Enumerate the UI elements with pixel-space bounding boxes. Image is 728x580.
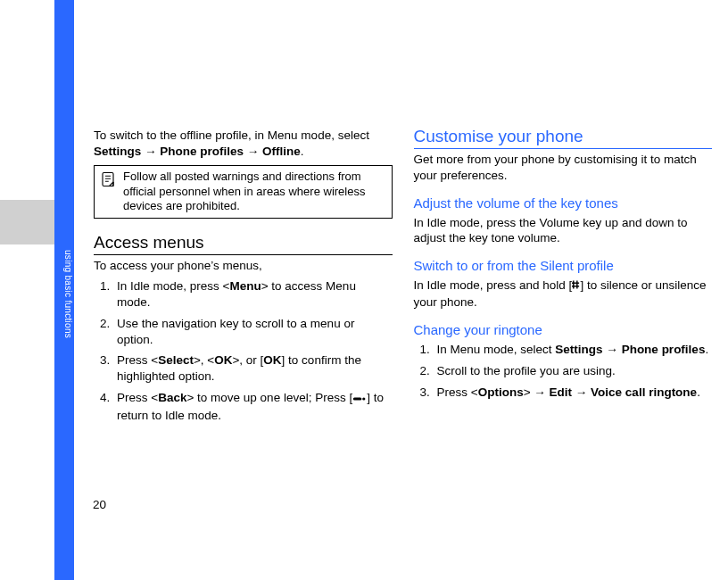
offline-intro: To switch to the offline profile, in Men… xyxy=(94,128,393,160)
text: In Idle mode, press and hold [ xyxy=(414,278,573,292)
ringtone-steps: In Menu mode, select Settings → Phone pr… xyxy=(414,342,713,400)
text: . xyxy=(301,145,304,158)
heading-customise: Customise your phone xyxy=(414,125,713,149)
bold-voice-call-ringtone: Voice call ringtone xyxy=(591,385,697,399)
bold-ok-bracket: OK xyxy=(263,353,281,367)
svg-point-5 xyxy=(362,397,365,400)
heading-access-menus: Access menus xyxy=(94,231,393,255)
list-item: In Menu mode, select Settings → Phone pr… xyxy=(434,342,713,358)
heading-silent: Switch to or from the Silent profile xyxy=(414,257,713,275)
note-text: Follow all posted warnings and direction… xyxy=(123,170,386,215)
heading-volume: Adjust the volume of the key tones xyxy=(414,195,713,212)
text: To switch to the offline profile, in Men… xyxy=(94,128,369,142)
right-column: Customise your phone Get more from your … xyxy=(414,125,713,429)
bold-phone-profiles: Phone profiles xyxy=(160,145,244,158)
bold-phone-profiles: Phone profiles xyxy=(622,343,706,356)
bold-menu: Menu xyxy=(229,279,261,293)
text: . xyxy=(697,385,700,399)
text: > to move up one level; Press [ xyxy=(186,391,352,404)
bold-select: Select xyxy=(158,353,194,367)
customise-lead: Get more from your phone by customising … xyxy=(414,152,713,184)
left-column: To switch to the offline profile, in Men… xyxy=(94,125,393,429)
svg-rect-4 xyxy=(353,397,362,400)
text: Press < xyxy=(437,385,478,399)
text: >, or [ xyxy=(232,353,263,367)
text: . xyxy=(705,343,708,356)
bold-edit: Edit xyxy=(550,385,573,399)
arrow-icon: → xyxy=(145,145,157,158)
end-key-icon xyxy=(352,392,367,408)
text: In Menu mode, select xyxy=(437,343,556,356)
page-content: To switch to the offline profile, in Men… xyxy=(94,125,712,429)
bold-settings: Settings xyxy=(555,343,602,356)
silent-text: In Idle mode, press and hold [] to silen… xyxy=(414,278,713,311)
note-icon xyxy=(100,171,116,187)
bold-back: Back xyxy=(158,391,186,404)
grey-side-tab xyxy=(0,200,54,244)
volume-text: In Idle mode, press the Volume key up an… xyxy=(414,215,713,247)
arrow-icon: → xyxy=(606,343,618,356)
list-item: Use the navigation key to scroll to a me… xyxy=(113,316,393,348)
arrow-icon: → xyxy=(575,385,588,399)
text: Press < xyxy=(117,353,158,367)
list-item: Scroll to the profile you are using. xyxy=(434,363,713,379)
bold-options: Options xyxy=(478,385,524,399)
page-number: 20 xyxy=(93,498,106,511)
arrow-icon: → xyxy=(247,145,260,158)
side-label: using basic functions xyxy=(57,250,73,338)
access-steps: In Idle mode, press <Menu> to access Men… xyxy=(94,278,393,424)
text: In Idle mode, press < xyxy=(117,279,229,293)
text: Press < xyxy=(117,391,158,404)
list-item: Press <Select>, <OK>, or [OK] to confirm… xyxy=(113,352,393,385)
arrow-icon: → xyxy=(534,385,546,399)
text: > xyxy=(524,385,534,399)
bold-offline: Offline xyxy=(262,145,301,158)
list-item: In Idle mode, press <Menu> to access Men… xyxy=(113,278,393,311)
heading-ringtone: Change your ringtone xyxy=(414,321,713,339)
text: >, < xyxy=(194,353,214,367)
access-lead: To access your phone’s menus, xyxy=(94,258,393,274)
list-item: Press <Back> to move up one level; Press… xyxy=(113,390,393,424)
bold-settings: Settings xyxy=(94,145,141,158)
note-box: Follow all posted warnings and direction… xyxy=(94,165,393,220)
bold-ok: OK xyxy=(214,353,232,367)
list-item: Press <Options> → Edit → Voice call ring… xyxy=(434,385,713,401)
